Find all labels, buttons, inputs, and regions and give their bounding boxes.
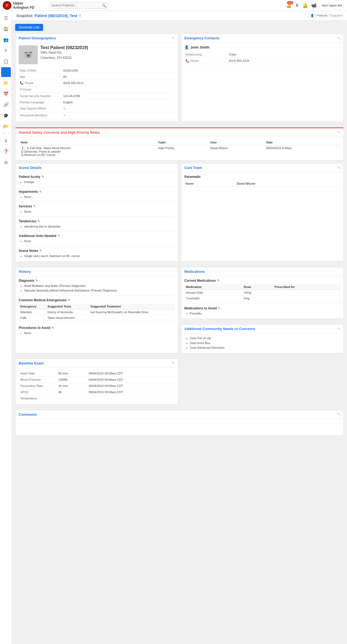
emergency-contacts-card: Emergency Contacts ✎ 👤 John Smith Relati…: [181, 34, 344, 122]
breadcrumb-patients[interactable]: Patients: [317, 14, 328, 17]
additional-community-edit[interactable]: ✎: [338, 327, 340, 331]
table-row: SPO2 96 09/04/2019 09:58am CDT: [19, 389, 175, 395]
emergencies-table: Emergency Suggested Tests Suggested Trea…: [19, 304, 175, 321]
additional-units-list: None: [24, 239, 175, 244]
comments-edit[interactable]: ✎: [338, 412, 340, 416]
current-meds-edit-icon[interactable]: ✎: [217, 279, 220, 283]
sidebar-item-calendar[interactable]: 📅: [1, 89, 11, 99]
tendencies-edit-icon[interactable]: ✎: [37, 219, 40, 223]
history-title: History: [19, 270, 31, 274]
sidebar-item-menu[interactable]: ☰: [1, 13, 11, 23]
services-edit-icon[interactable]: ✎: [33, 204, 36, 208]
top-row: Patient Demographics ✎ 🐨 Test Patient (0…: [15, 34, 344, 125]
meds-column: Medications Current Medications ✎ Medica…: [181, 267, 344, 356]
dose-col: Dose: [242, 284, 273, 290]
household-label: Household Members: [19, 112, 62, 119]
sidebar-item-help[interactable]: ❓: [1, 147, 11, 156]
baseline-date: [87, 395, 175, 401]
care-team-header: Care Team ✎: [181, 164, 344, 172]
additional-community-header: Additional Community Needs or Concerns ✎: [181, 325, 344, 333]
sidebar-item-files[interactable]: 📁: [1, 78, 11, 88]
age-row: Age 84: [19, 74, 175, 80]
patient-demographics-edit[interactable]: ✎: [172, 36, 175, 40]
sidebar-item-home[interactable]: 🏠: [1, 24, 11, 34]
alert-exclamation-icon: ❗: [21, 146, 25, 150]
history-header: History: [15, 267, 178, 276]
svg-text:F: F: [6, 4, 8, 7]
comments-card: Comments ✎: [15, 410, 344, 435]
acuity-edit-icon[interactable]: ✎: [42, 175, 44, 179]
safety-concerns-edit[interactable]: ✎: [338, 131, 340, 134]
user-col-header: User: [208, 140, 264, 145]
treatment-col: Suggested Treatment: [89, 304, 175, 309]
notification-badge[interactable]: 🔔 370: [286, 3, 292, 8]
top-navbar: F Upper Arlington FD 🔍 🔔 370 ⏸ 🔔 📹 Alex …: [0, 0, 347, 11]
scene-notes-edit-icon[interactable]: ✎: [39, 249, 42, 253]
video-icon[interactable]: 📹: [311, 3, 317, 8]
patient-demographics-body: 🐨 Test Patient (08232019) 3861 Reed Rd C…: [15, 43, 178, 122]
sidebar-item-list[interactable]: ≡: [1, 46, 11, 55]
sidebar-item-profile[interactable]: 👤: [1, 67, 11, 77]
sidebar-item-folder[interactable]: 📂: [1, 121, 11, 131]
med-cell: Aricept (Odt): [184, 290, 242, 295]
acuity-value: Orange: [24, 180, 175, 185]
additional-community-body: Uses File of Life Uses Knox Box Uses Adv…: [181, 333, 344, 353]
email-label: Email: [19, 86, 62, 93]
sidebar-item-settings[interactable]: ⚙: [1, 158, 11, 167]
contact-phone-row: 📞 Phone (614) 555-1234: [184, 58, 340, 64]
sidebar-item-info[interactable]: ℹ: [1, 136, 11, 146]
list-item: Uses File of Life: [190, 336, 340, 341]
safety-concerns-header-row: Note Topic User Date: [19, 140, 340, 145]
baseline-value: [57, 395, 87, 401]
baseline-exam-header: Baseline Exam ✎: [15, 359, 178, 368]
sidebar-item-share[interactable]: 🔗: [1, 100, 11, 110]
baseline-exam-edit[interactable]: ✎: [172, 361, 175, 365]
list-item: Vascular dementia without behavioral dis…: [24, 288, 175, 293]
safety-concerns-card: Alerted Safety Concerns and High Priorit…: [15, 127, 344, 161]
history-meds-row: History Diagnosis ✎ Atrial fibrillation …: [15, 267, 344, 356]
table-row: Heart Rate 80 /min 09/04/2019 09:58am CD…: [19, 370, 175, 377]
diagnosis-edit-icon[interactable]: ✎: [35, 279, 38, 283]
patient-label: Patient (08232019), Test: [34, 14, 77, 18]
care-member-col: David Wisner: [235, 181, 340, 187]
user-info[interactable]: Alex Upper Arli...: [322, 4, 344, 7]
user-cell: David Wisner: [208, 145, 264, 158]
meds-to-avoid-edit-icon[interactable]: ✎: [218, 306, 221, 310]
scene-details-card: Scene Details Patient Acuity ✎ Orange Im…: [15, 163, 178, 262]
meds-to-avoid-label: Medications to Avoid ✎: [184, 306, 340, 310]
care-name-col: Name: [184, 181, 236, 187]
contact-phone-value: (614) 555-1234: [228, 58, 340, 64]
bell-icon[interactable]: 🔔: [303, 3, 308, 8]
care-team-edit[interactable]: ✎: [338, 166, 340, 170]
patient-address-line2: Columbus, OH 43221: [40, 55, 88, 60]
language-label: Primary Language: [19, 99, 62, 105]
emergency-contacts-edit[interactable]: ✎: [338, 36, 340, 40]
sidebar-item-reports[interactable]: 📋: [1, 56, 11, 66]
impairments-edit-icon[interactable]: ✎: [39, 190, 42, 194]
age-label: Age: [19, 74, 62, 80]
services-list: None: [24, 209, 175, 214]
procedures-edit-icon[interactable]: ✎: [51, 326, 54, 330]
sidebar-item-training[interactable]: 🎓: [1, 111, 11, 120]
hipaa-row: Date Signed HIPAA ✎: [19, 105, 175, 112]
tests-cell: Takes blood thinners: [46, 315, 89, 321]
search-input[interactable]: [49, 2, 109, 9]
additional-units-edit-icon[interactable]: ✎: [58, 234, 60, 238]
scene-details-header: Scene Details: [15, 164, 178, 172]
sidebar-item-patients[interactable]: 👥: [1, 35, 11, 44]
relationship-value: Child: [228, 52, 340, 58]
dose-cell: 5mg: [242, 295, 273, 301]
household-edit-icon[interactable]: ✎: [63, 114, 66, 117]
sub-header: Snapshot: Patient (08232019), Test ! 👤 /…: [12, 11, 347, 21]
pause-icon[interactable]: ⏸: [295, 3, 299, 8]
scene-details-title: Scene Details: [19, 166, 42, 170]
list-item: None: [24, 239, 175, 244]
common-emergencies-edit-icon[interactable]: ✎: [68, 298, 71, 302]
generate-link-button[interactable]: Generate Link: [15, 24, 43, 31]
hipaa-value: ✎: [62, 105, 175, 112]
baseline-label: Temperature: [19, 395, 57, 401]
safety-concerns-title: Alerted Safety Concerns and High Priorit…: [19, 130, 100, 134]
search-bar[interactable]: 🔍: [49, 2, 109, 9]
hipaa-edit-icon[interactable]: ✎: [63, 107, 66, 111]
date-cell: 09/04/2019 9:59am: [264, 145, 340, 158]
